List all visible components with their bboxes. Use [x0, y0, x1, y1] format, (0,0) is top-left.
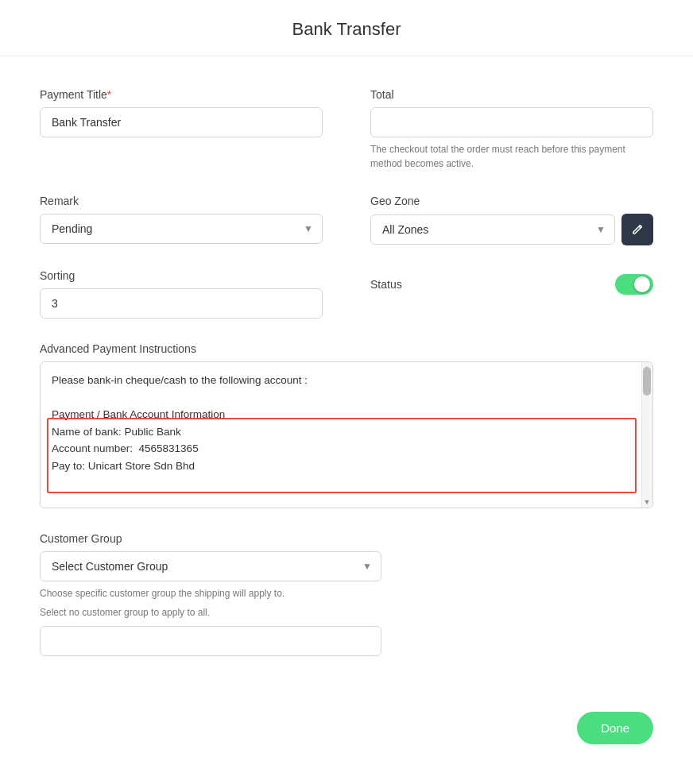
edit-icon: [631, 223, 644, 236]
advanced-payment-textarea-container: Please bank-in cheque/cash to the follow…: [40, 361, 653, 508]
geo-zone-wrapper: All Zones Zone 1 Zone 2 ▼: [370, 214, 653, 245]
geo-zone-select-wrapper: All Zones Zone 1 Zone 2 ▼: [370, 214, 615, 245]
sorting-input[interactable]: [40, 288, 323, 319]
page-header: Bank Transfer: [0, 0, 693, 56]
extra-field-input[interactable]: [40, 626, 381, 656]
total-help-text: The checkout total the order must reach …: [370, 142, 653, 171]
remark-select[interactable]: Pending Processing Completed Failed: [40, 214, 323, 244]
button-row: Done: [0, 712, 693, 776]
toggle-slider: [615, 274, 653, 295]
total-input[interactable]: [370, 107, 653, 137]
page-title: Bank Transfer: [292, 19, 401, 39]
status-toggle[interactable]: [615, 274, 653, 295]
customer-group-help2: Select no customer group to apply to all…: [40, 605, 381, 620]
advanced-payment-textarea[interactable]: Please bank-in cheque/cash to the follow…: [41, 362, 641, 508]
status-label: Status: [370, 278, 402, 291]
customer-group-label: Customer Group: [40, 532, 381, 545]
remark-label: Remark: [40, 195, 323, 207]
total-label: Total: [370, 88, 653, 101]
remark-select-wrapper: Pending Processing Completed Failed ▼: [40, 214, 323, 244]
geo-zone-edit-button[interactable]: [621, 214, 653, 245]
payment-title-label: Payment Title*: [40, 88, 323, 101]
scrollbar-thumb[interactable]: [643, 367, 651, 396]
advanced-payment-label: Advanced Payment Instructions: [40, 342, 653, 355]
customer-group-select[interactable]: Select Customer Group Group 1 Group 2: [40, 551, 381, 581]
payment-title-input[interactable]: [40, 107, 323, 137]
geo-zone-select[interactable]: All Zones Zone 1 Zone 2: [370, 214, 615, 245]
customer-group-help1: Choose specific customer group the shipp…: [40, 586, 381, 601]
scroll-down-arrow[interactable]: ▼: [641, 496, 652, 508]
customer-group-select-wrapper: Select Customer Group Group 1 Group 2 ▼: [40, 551, 381, 581]
geo-zone-label: Geo Zone: [370, 195, 653, 207]
done-button[interactable]: Done: [577, 712, 653, 744]
scrollbar-area: ▲ ▼: [641, 362, 652, 508]
sorting-label: Sorting: [40, 269, 323, 282]
